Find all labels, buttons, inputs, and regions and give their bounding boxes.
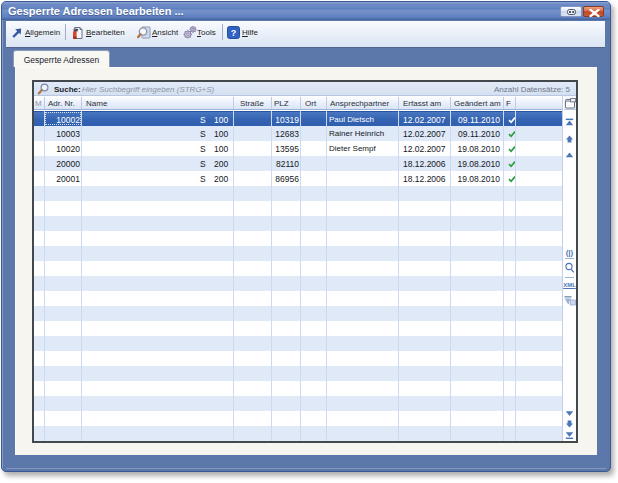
svg-text:?: ?: [231, 28, 237, 38]
